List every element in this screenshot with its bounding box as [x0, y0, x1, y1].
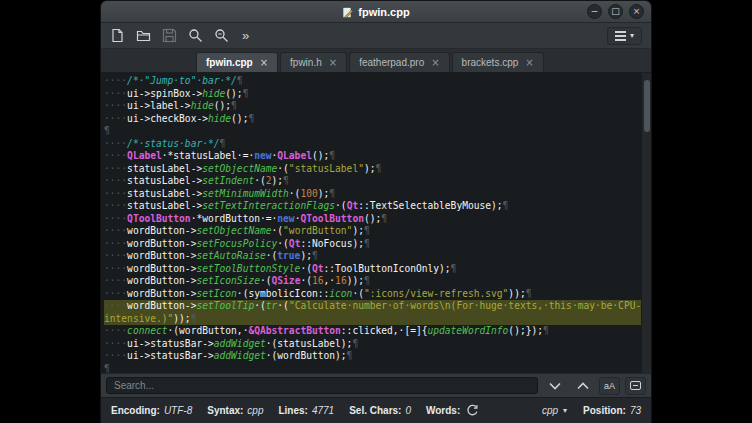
hamburger-icon	[615, 31, 626, 41]
minimize-button[interactable]: −	[587, 4, 602, 19]
tab-bar: fpwin.cpp×fpwin.h×featherpad.pro×bracket…	[101, 49, 651, 73]
whole-word-icon	[630, 381, 641, 390]
tab-close-icon[interactable]: ×	[525, 57, 533, 68]
chevron-down-icon	[549, 382, 561, 390]
code-line[interactable]: ¶	[104, 363, 641, 374]
code-line[interactable]: ····ui->statusBar->addWidget·(statusLabe…	[104, 338, 641, 351]
code-line[interactable]: ····ui->statusBar->addWidget·(wordButton…	[104, 350, 641, 363]
syntax-value: cpp	[247, 405, 263, 416]
word-count-refresh-button[interactable]	[464, 402, 481, 419]
position-status: Position: 73	[583, 405, 641, 416]
encoding-value: UTF-8	[164, 405, 192, 416]
window-title-text: fpwin.cpp	[358, 6, 409, 18]
find-previous-button[interactable]	[571, 377, 594, 395]
close-button[interactable]: ×	[629, 4, 644, 19]
code-line[interactable]: ····wordButton->setAutoRaise·(true);¶	[104, 250, 641, 263]
code-line[interactable]: ····wordButton->setToolTip·(tr·("Calcula…	[104, 300, 641, 313]
statusbar-right: cpp ▾ Position: 73	[542, 405, 641, 416]
code-line[interactable]: ····ui->label->hide();¶	[104, 100, 641, 113]
code-line[interactable]: ····QLabel·*statusLabel·=·new·QLabel();¶	[104, 150, 641, 163]
syntax-label: Syntax:	[207, 405, 243, 416]
search-replace-icon	[214, 28, 229, 43]
whole-word-button[interactable]	[625, 377, 646, 395]
maximize-button[interactable]: □	[608, 4, 623, 19]
code-line[interactable]: ····statusLabel->setMinimumWidth·(100);¶	[104, 188, 641, 201]
sel-chars-label: Sel. Chars:	[349, 405, 401, 416]
code-line[interactable]: ····wordButton->setIconSize·(QSize·(16,·…	[104, 275, 641, 288]
search-replace-button[interactable]	[214, 28, 229, 43]
position-label: Position:	[583, 405, 626, 416]
featherpad-window: fpwin.cpp − □ × »	[100, 0, 652, 423]
code-line[interactable]: ····statusLabel->setIndent·(2);¶	[104, 175, 641, 188]
tab-fpwin.cpp[interactable]: fpwin.cpp×	[196, 52, 278, 72]
open-folder-icon	[136, 28, 151, 43]
menu-button[interactable]: ▾	[607, 27, 642, 45]
position-value: 73	[630, 405, 641, 416]
new-file-icon	[110, 28, 125, 43]
code-line[interactable]: ····/*·status·bar·*/¶	[104, 138, 641, 151]
new-file-button[interactable]	[110, 28, 125, 43]
toolbar-overflow-button[interactable]: »	[242, 28, 249, 43]
chevron-down-icon: ▾	[630, 31, 634, 40]
code-line[interactable]: intensive.)"));¶	[104, 313, 641, 326]
editor[interactable]: ····/*·"Jump·to"·bar·*/¶····ui->spinBox-…	[101, 73, 651, 373]
open-file-button[interactable]	[136, 28, 151, 43]
code-line[interactable]: ····QToolButton·*wordButton·=·new·QToolB…	[104, 213, 641, 226]
tab-label: fpwin.cpp	[206, 57, 253, 68]
encoding-label: Encoding:	[111, 405, 160, 416]
search-input[interactable]	[106, 377, 538, 394]
status-bar: Encoding: UTF-8 Syntax: cpp Lines: 4771 …	[101, 397, 651, 423]
search-icon	[188, 28, 203, 43]
titlebar[interactable]: fpwin.cpp − □ ×	[101, 1, 651, 23]
code-area[interactable]: ····/*·"Jump·to"·bar·*/¶····ui->spinBox-…	[104, 75, 641, 373]
code-line[interactable]: ¶	[104, 125, 641, 138]
vertical-scrollbar[interactable]	[642, 73, 651, 373]
code-line[interactable]: ····/*·"Jump·to"·bar·*/¶	[104, 75, 641, 88]
chevron-up-icon	[577, 382, 589, 390]
code-line[interactable]: ····wordButton->setObjectName·("wordButt…	[104, 225, 641, 238]
toolbar: » ▾	[101, 23, 651, 49]
tab-brackets.cpp[interactable]: brackets.cpp×	[452, 52, 544, 72]
syntax-selector-value: cpp	[542, 405, 558, 416]
code-line[interactable]: ····wordButton->setFocusPolicy·(Qt::NoFo…	[104, 238, 641, 251]
code-line[interactable]: ····wordButton->setIcon·(symbolicIcon::i…	[104, 288, 641, 301]
tab-featherpad.pro[interactable]: featherpad.pro×	[349, 52, 449, 72]
lines-label: Lines:	[278, 405, 307, 416]
tab-close-icon[interactable]: ×	[260, 57, 268, 68]
code-line[interactable]: ····statusLabel->setTextInteractionFlags…	[104, 200, 641, 213]
tab-label: brackets.cpp	[462, 57, 519, 68]
find-next-button[interactable]	[543, 377, 566, 395]
words-label: Words:	[426, 405, 460, 416]
window-controls: − □ ×	[587, 4, 644, 19]
match-case-button[interactable]: aA	[599, 377, 620, 395]
search-button[interactable]	[188, 28, 203, 43]
window-title: fpwin.cpp	[101, 1, 651, 23]
code-line[interactable]: ····wordButton->setToolButtonStyle·(Qt::…	[104, 263, 641, 276]
syntax-selector[interactable]: cpp ▾	[542, 405, 567, 416]
search-bar: aA	[101, 373, 651, 397]
encoding-status: Encoding: UTF-8	[111, 405, 192, 416]
tab-fpwin.h[interactable]: fpwin.h×	[280, 52, 347, 72]
code-line[interactable]: ····statusLabel->setObjectName·("statusL…	[104, 163, 641, 176]
chevron-down-icon: ▾	[563, 406, 567, 415]
code-line[interactable]: ····ui->checkBox->hide();¶	[104, 113, 641, 126]
code-line[interactable]: ····ui->spinBox->hide();¶	[104, 88, 641, 101]
save-floppy-icon	[162, 28, 177, 43]
sel-chars-value: 0	[405, 405, 411, 416]
lines-status: Lines: 4771	[278, 405, 334, 416]
selected-chars-status: Sel. Chars: 0	[349, 405, 411, 416]
document-pencil-icon	[342, 7, 353, 18]
tab-label: featherpad.pro	[359, 57, 424, 68]
lines-value: 4771	[312, 405, 334, 416]
tab-close-icon[interactable]: ×	[431, 57, 439, 68]
refresh-icon	[466, 404, 479, 417]
tab-label: fpwin.h	[290, 57, 322, 68]
syntax-status: Syntax: cpp	[207, 405, 263, 416]
words-status: Words:	[426, 402, 481, 419]
tab-close-icon[interactable]: ×	[329, 57, 337, 68]
desktop: fpwin.cpp − □ × »	[0, 0, 752, 423]
scrollbar-handle[interactable]	[644, 80, 650, 132]
code-line[interactable]: ····connect·(wordButton,·&QAbstractButto…	[104, 325, 641, 338]
save-file-button[interactable]	[162, 28, 177, 43]
